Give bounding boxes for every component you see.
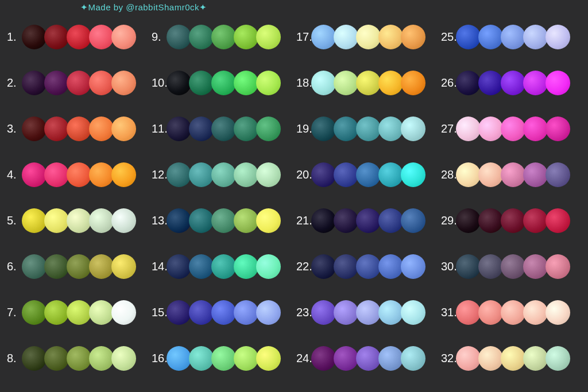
palette-grid: 1.2.3.4.5.6.7.8.9.10.11.12.13.14.15.16.1…: [5, 14, 583, 381]
palette-row-29: 29.: [439, 197, 583, 243]
palette-row-26: 26.: [439, 60, 583, 106]
color-swatch: [478, 346, 503, 371]
color-swatch: [167, 71, 191, 95]
swatch-group: [311, 25, 425, 49]
swatch-group: [22, 208, 136, 233]
palette-number: 6.: [5, 260, 22, 273]
color-swatch: [401, 346, 425, 371]
palette-number: 8.: [5, 352, 22, 365]
palette-row-28: 28.: [439, 152, 583, 197]
color-swatch: [478, 208, 503, 233]
color-swatch: [401, 117, 425, 141]
palette-row-21: 21.: [294, 197, 439, 243]
color-swatch: [356, 71, 381, 95]
palette-number: 3.: [5, 122, 22, 135]
palette-number: 23.: [294, 306, 311, 319]
palette-number: 13.: [149, 214, 167, 227]
palette-number: 4.: [5, 168, 22, 181]
color-swatch: [234, 162, 258, 187]
swatch-group: [167, 71, 281, 95]
color-swatch: [378, 208, 403, 233]
color-swatch: [456, 117, 481, 141]
color-swatch: [211, 208, 236, 233]
color-swatch: [356, 25, 381, 49]
palette-number: 7.: [5, 306, 22, 319]
swatch-group: [456, 162, 570, 187]
color-swatch: [234, 346, 258, 371]
swatch-group: [22, 71, 136, 95]
swatch-group: [22, 162, 136, 187]
color-swatch: [256, 208, 281, 233]
color-swatch: [334, 71, 358, 95]
swatch-group: [311, 117, 425, 141]
palette-row-9: 9.: [149, 14, 294, 60]
color-swatch: [111, 300, 136, 325]
color-swatch: [44, 117, 69, 141]
palette-number: 9.: [149, 30, 167, 44]
color-swatch: [334, 25, 358, 49]
color-swatch: [356, 300, 381, 325]
color-swatch: [111, 346, 136, 371]
color-swatch: [167, 117, 191, 141]
color-swatch: [44, 71, 69, 95]
palette-number: 5.: [5, 214, 22, 227]
color-swatch: [189, 25, 214, 49]
palette-row-25: 25.: [439, 14, 583, 60]
color-swatch: [456, 300, 481, 325]
swatch-group: [311, 71, 425, 95]
color-swatch: [378, 71, 403, 95]
palette-row-4: 4.: [5, 152, 149, 197]
color-swatch: [189, 300, 214, 325]
palette-row-12: 12.: [149, 152, 294, 197]
color-swatch: [334, 300, 358, 325]
color-swatch: [234, 25, 258, 49]
swatch-group: [311, 300, 425, 325]
palette-row-24: 24.: [294, 335, 439, 381]
swatch-group: [456, 208, 570, 233]
color-swatch: [501, 300, 525, 325]
palette-row-19: 19.: [294, 106, 439, 152]
palette-number: 32.: [439, 352, 456, 365]
palette-row-17: 17.: [294, 14, 439, 60]
color-swatch: [356, 254, 381, 279]
color-swatch: [211, 71, 236, 95]
color-swatch: [167, 300, 191, 325]
color-swatch: [256, 117, 281, 141]
color-swatch: [523, 117, 548, 141]
palette-row-32: 32.: [439, 335, 583, 381]
palette-row-7: 7.: [5, 289, 149, 335]
color-swatch: [167, 25, 191, 49]
palette-row-20: 20.: [294, 152, 439, 197]
swatch-group: [311, 254, 425, 279]
color-swatch: [356, 346, 381, 371]
palette-number: 16.: [149, 352, 167, 365]
color-swatch: [256, 346, 281, 371]
palette-row-13: 13.: [149, 197, 294, 243]
color-swatch: [234, 208, 258, 233]
swatch-group: [456, 300, 570, 325]
color-swatch: [401, 300, 425, 325]
color-swatch: [478, 162, 503, 187]
color-swatch: [334, 162, 358, 187]
color-swatch: [356, 208, 381, 233]
color-swatch: [478, 300, 503, 325]
color-swatch: [311, 71, 336, 95]
color-swatch: [22, 254, 47, 279]
color-swatch: [311, 254, 336, 279]
palette-number: 11.: [149, 122, 167, 135]
color-swatch: [211, 346, 236, 371]
color-swatch: [189, 71, 214, 95]
color-swatch: [22, 208, 47, 233]
color-swatch: [67, 208, 91, 233]
color-swatch: [22, 300, 47, 325]
palette-number: 18.: [294, 76, 311, 90]
palette-number: 22.: [294, 260, 311, 273]
color-swatch: [22, 25, 47, 49]
color-swatch: [378, 254, 403, 279]
color-swatch: [501, 162, 525, 187]
palette-row-2: 2.: [5, 60, 149, 106]
color-swatch: [501, 254, 525, 279]
palette-number: 21.: [294, 214, 311, 227]
color-swatch: [234, 71, 258, 95]
palette-number: 29.: [439, 214, 456, 227]
